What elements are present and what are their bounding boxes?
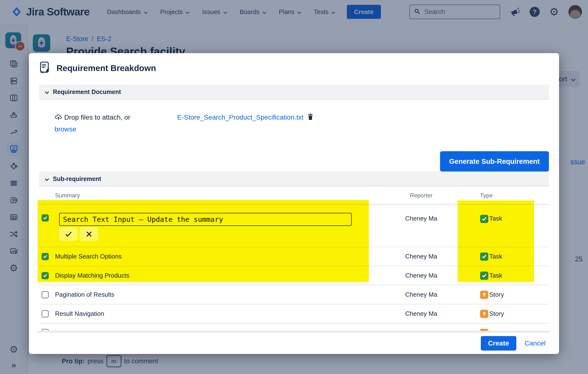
row-type-label: Task — [489, 253, 502, 260]
column-header-type: Type — [452, 192, 549, 199]
table-row: Pagination of Results Cheney Ma Story — [39, 285, 549, 304]
row-checkbox-checked[interactable] — [42, 253, 49, 260]
task-check-icon — [480, 215, 488, 223]
row-summary[interactable]: Display Matching Products — [55, 272, 390, 279]
upload-cloud-icon — [54, 113, 62, 124]
column-header-reporter: Reporter — [390, 192, 452, 199]
modal-title: Requirement Breakdown — [56, 63, 156, 73]
row-reporter: Cheney Ma — [390, 205, 452, 222]
table-row: Display Matching Products Cheney Ma Task — [39, 266, 549, 285]
row-type-label: Task — [489, 215, 502, 222]
ai-document-icon: AI — [39, 61, 51, 75]
requirement-breakdown-modal: AI Requirement Breakdown Requirement Doc… — [29, 53, 559, 354]
row-summary[interactable]: Pagination of Results — [55, 291, 390, 298]
attachment-area: Drop files to attach, or browse E-Store_… — [39, 112, 314, 135]
sub-requirement-table: Summary Reporter Type Search Text Input … — [39, 187, 549, 333]
column-header-summary: Summary — [55, 192, 390, 199]
svg-text:AI: AI — [41, 70, 44, 74]
modal-cancel-button[interactable]: Cancel — [521, 340, 549, 347]
row-type-label: Story — [489, 291, 504, 298]
row-type-label: Story — [489, 310, 504, 318]
row-reporter: Cheney Ma — [390, 272, 452, 279]
cancel-edit-button[interactable] — [80, 227, 98, 241]
table-row: Search Text Input – Update the summary C… — [39, 205, 549, 247]
table-header: Summary Reporter Type — [39, 187, 549, 205]
row-checkbox-unchecked[interactable] — [42, 310, 49, 318]
confirm-edit-button[interactable] — [59, 227, 78, 241]
row-reporter: Cheney Ma — [390, 253, 452, 260]
row-summary[interactable]: Result Navigation — [55, 310, 390, 318]
row-type-label: Task — [489, 272, 502, 279]
chevron-down-icon — [45, 176, 49, 182]
chevron-down-icon — [45, 88, 49, 95]
task-check-icon — [480, 253, 488, 261]
table-row-clipped — [39, 323, 549, 331]
browse-link[interactable]: browse — [54, 125, 76, 133]
table-row: Result Navigation Cheney Ma Story — [39, 304, 549, 323]
row-checkbox-checked[interactable] — [42, 214, 49, 221]
row-checkbox-checked[interactable] — [42, 272, 49, 279]
summary-edit-textarea[interactable]: Search Text Input – Update the summary — [59, 213, 352, 226]
attached-file-link[interactable]: E-Store_Search_Product_Specification.txt — [177, 114, 304, 121]
row-reporter: Cheney Ma — [390, 291, 452, 298]
modal-create-button[interactable]: Create — [481, 336, 516, 351]
section-sub-requirement[interactable]: Sub-requirement — [39, 172, 549, 187]
story-lightbulb-icon — [480, 310, 488, 318]
row-checkbox-unchecked[interactable] — [42, 329, 49, 331]
generate-sub-requirement-button[interactable]: Generate Sub-Requirement — [440, 151, 549, 172]
section-requirement-document[interactable]: Requirement Document — [39, 85, 549, 99]
row-summary[interactable]: Multiple Search Options — [55, 253, 390, 260]
delete-file-trash-icon[interactable] — [307, 113, 314, 122]
table-scroll-edge — [38, 331, 550, 333]
row-reporter: Cheney Ma — [390, 310, 452, 318]
table-row: Multiple Search Options Cheney Ma Task — [39, 247, 549, 266]
row-checkbox-unchecked[interactable] — [42, 291, 49, 298]
task-check-icon — [480, 272, 488, 280]
dropzone[interactable]: Drop files to attach, or browse — [54, 112, 149, 135]
story-lightbulb-icon — [480, 329, 488, 331]
story-lightbulb-icon — [480, 291, 488, 299]
